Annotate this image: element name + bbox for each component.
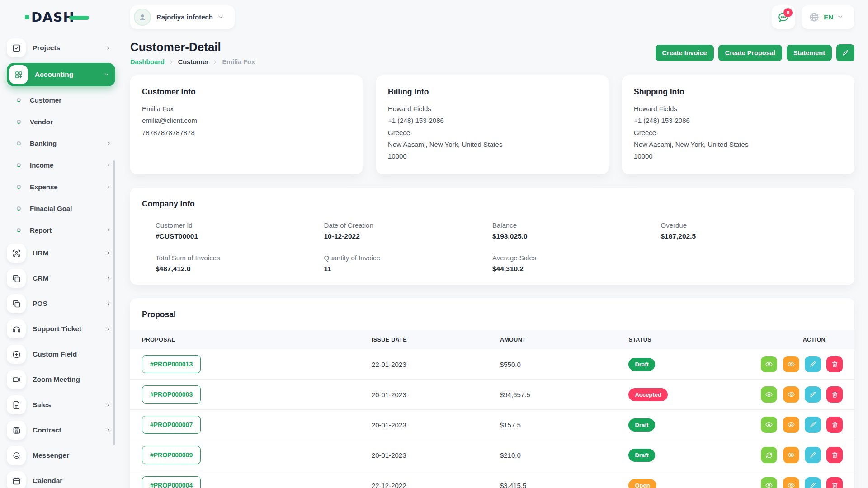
delete-button[interactable] — [826, 356, 843, 372]
card-title: Customer Info — [142, 87, 351, 97]
proposal-card: Proposal Proposal Issue Date Amount Stat… — [130, 298, 854, 488]
preview-button[interactable] — [783, 386, 799, 403]
sidebar-item-label: POS — [33, 300, 105, 308]
column-header-proposal: Proposal — [130, 330, 366, 349]
view-button[interactable] — [761, 386, 777, 403]
view-button[interactable] — [761, 417, 777, 433]
view-button[interactable] — [761, 477, 777, 488]
column-header-status: Status — [623, 330, 752, 349]
sidebar-item-calendar[interactable]: Calendar — [7, 470, 115, 488]
bullet-icon — [17, 228, 21, 232]
proposal-link[interactable]: #PROP000004 — [142, 476, 201, 488]
messages-button[interactable]: 0 — [772, 5, 795, 29]
chevron-right-icon — [106, 184, 112, 190]
workspace-selector[interactable]: Rajodiya infotech — [130, 5, 235, 29]
sidebar-item-hrm[interactable]: HRM — [7, 243, 115, 263]
edit-button[interactable] — [805, 477, 821, 488]
delete-button[interactable] — [826, 386, 843, 403]
sidebar-item-vendor[interactable]: Vendor — [7, 113, 115, 131]
field-quantity-of-invoice: Quantity of Invoice 11 — [324, 254, 493, 273]
field-date-of-creation: Date of Creation 10-12-2022 — [324, 221, 493, 240]
proposal-link[interactable]: #PROP000007 — [142, 416, 201, 434]
chat-icon — [7, 446, 26, 465]
preview-button[interactable] — [783, 417, 799, 433]
sidebar-item-expense[interactable]: Expense — [7, 178, 115, 196]
pencil-icon — [809, 421, 816, 428]
sidebar-item-label: Zoom Meeting — [33, 375, 115, 384]
app-logo[interactable]: DASH — [7, 0, 115, 34]
bullet-icon — [17, 120, 21, 124]
avatar — [134, 9, 151, 26]
preview-button[interactable] — [783, 477, 799, 488]
sidebar-item-projects[interactable]: Projects — [7, 38, 115, 58]
header-actions: Create Invoice Create Proposal Statement — [656, 44, 854, 61]
status-badge: Draft — [628, 418, 655, 432]
pencil-icon — [809, 451, 816, 459]
sidebar-item-messenger[interactable]: Messenger — [7, 445, 115, 466]
refresh-icon — [765, 451, 773, 459]
sidebar-item-sales[interactable]: Sales — [7, 394, 115, 415]
view-button[interactable] — [761, 356, 777, 372]
delete-button[interactable] — [826, 417, 843, 433]
sidebar-scrollbar[interactable] — [113, 160, 115, 445]
preview-button[interactable] — [783, 447, 799, 463]
issue-date: 22-01-2023 — [366, 349, 495, 380]
preview-button[interactable] — [783, 356, 799, 372]
breadcrumb-customer[interactable]: Customer — [178, 58, 209, 66]
amount: $550.0 — [495, 349, 623, 380]
amount: $157.5 — [495, 410, 623, 440]
delete-button[interactable] — [826, 477, 843, 488]
sidebar: DASH Projects Accounting Customer Vendor — [0, 0, 122, 488]
sidebar-item-label: Custom Field — [33, 350, 115, 358]
sidebar-item-accounting[interactable]: Accounting — [7, 63, 115, 86]
sidebar-item-custom-field[interactable]: Custom Field — [7, 344, 115, 365]
field-customer-id: Customer Id #CUST00001 — [156, 221, 324, 240]
sidebar-item-crm[interactable]: CRM — [7, 268, 115, 289]
page-title: Customer-Detail — [130, 40, 255, 54]
sidebar-item-report[interactable]: Report — [7, 221, 115, 239]
billing-zip: 10000 — [388, 150, 597, 162]
topbar-right: 0 EN — [772, 5, 854, 29]
edit-button[interactable] — [805, 447, 821, 463]
chevron-down-icon — [217, 14, 224, 20]
create-proposal-button[interactable]: Create Proposal — [718, 45, 782, 61]
proposal-link[interactable]: #PROP000003 — [142, 385, 201, 404]
amount: $3,415.5 — [495, 470, 623, 488]
sidebar-item-finacial-goal[interactable]: Finacial Goal — [7, 199, 115, 217]
table-row: #PROP000013 22-01-2023 $550.0 Draft — [130, 349, 854, 380]
sidebar-item-pos[interactable]: POS — [7, 293, 115, 314]
create-invoice-button[interactable]: Create Invoice — [656, 45, 714, 61]
edit-button[interactable] — [805, 417, 821, 433]
language-selector[interactable]: EN — [802, 5, 854, 29]
sidebar-item-banking[interactable]: Banking — [7, 134, 115, 152]
edit-button[interactable] — [805, 386, 821, 403]
save-icon — [7, 421, 26, 440]
delete-button[interactable] — [826, 447, 843, 463]
status-badge: Accepted — [628, 388, 668, 401]
edit-customer-button[interactable] — [836, 44, 854, 61]
chevron-right-icon — [105, 250, 112, 256]
column-header-action: Action — [752, 330, 854, 349]
logo-bar — [69, 16, 89, 20]
sidebar-item-support-ticket[interactable]: Support Ticket — [7, 319, 115, 339]
copy-icon — [7, 294, 26, 313]
statement-button[interactable]: Statement — [787, 45, 832, 61]
amount: $210.0 — [495, 440, 623, 470]
sidebar-item-contract[interactable]: Contract — [7, 420, 115, 441]
trash-icon — [831, 482, 839, 488]
bullet-icon — [17, 206, 21, 211]
billing-name: Howard Fields — [388, 103, 597, 115]
checkbox-icon — [7, 38, 26, 57]
sidebar-item-income[interactable]: Income — [7, 156, 115, 174]
edit-button[interactable] — [805, 356, 821, 372]
chevron-right-icon — [169, 59, 174, 65]
bullet-icon — [17, 141, 21, 145]
field-overdue: Overdue $187,202.5 — [661, 221, 830, 240]
convert-button[interactable] — [761, 447, 777, 463]
proposal-link[interactable]: #PROP000009 — [142, 446, 201, 464]
breadcrumb-dashboard[interactable]: Dashboard — [130, 58, 165, 66]
customer-email: emilia@client.com — [142, 115, 351, 127]
sidebar-item-zoom-meeting[interactable]: Zoom Meeting — [7, 369, 115, 390]
sidebar-item-customer[interactable]: Customer — [7, 91, 115, 109]
proposal-link[interactable]: #PROP000013 — [142, 355, 201, 373]
